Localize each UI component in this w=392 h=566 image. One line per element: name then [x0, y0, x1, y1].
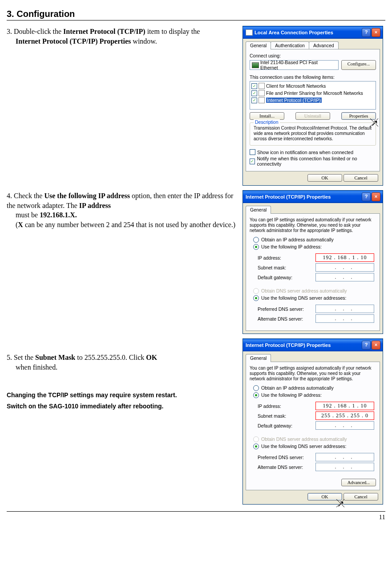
description-text: Transmission Control Protocol/Internet P… — [254, 126, 372, 142]
section-header: 3. Configuration — [7, 9, 385, 20]
service-icon — [259, 83, 265, 89]
connection-icon — [246, 29, 253, 36]
description-legend: Description — [254, 119, 280, 125]
notes: Changing the TCP/IP settings may require… — [7, 390, 238, 412]
page-footer: 11 — [7, 511, 385, 521]
radio-auto-ip[interactable] — [253, 237, 259, 243]
step-3-text: 3. Double-click the Internet Protocol (T… — [7, 27, 238, 46]
tab-general[interactable]: General — [246, 41, 271, 49]
step-5-row: 5. Set the Subnet Mask to 255.255.255.0.… — [7, 338, 385, 505]
tcpip-properties-dialog-1: Internet Protocol (TCP/IP) Properties ? … — [242, 190, 383, 334]
checkbox-show-icon[interactable] — [250, 149, 255, 155]
close-button[interactable]: × — [372, 192, 380, 201]
preferred-dns-field[interactable]: . . . — [315, 453, 374, 461]
tab-authentication[interactable]: Authentication — [271, 41, 309, 49]
ip-address-field[interactable]: 192 . 168 . 1 . 10 — [315, 253, 374, 262]
tab-advanced[interactable]: Advanced — [309, 41, 339, 49]
alternate-dns-field[interactable]: . . . — [315, 314, 374, 323]
intro-text: You can get IP settings assigned automat… — [250, 366, 376, 382]
cancel-button[interactable]: Cancel — [344, 493, 378, 501]
uninstall-button: Uninstall — [295, 112, 330, 120]
advanced-button[interactable]: Advanced... — [341, 479, 376, 486]
radio-auto-dns — [253, 436, 259, 442]
list-item[interactable]: ✓File and Printer Sharing for Microsoft … — [251, 90, 375, 97]
preferred-dns-field[interactable]: . . . — [315, 305, 374, 313]
lan-properties-dialog: Local Area Connection Properties ? × Gen… — [242, 26, 383, 186]
subnet-mask-field[interactable]: . . . — [315, 263, 374, 272]
tcpip-properties-dialog-2: Internet Protocol (TCP/IP) Properties ? … — [242, 338, 383, 505]
connect-using-label: Connect using: — [250, 53, 376, 58]
checkbox[interactable]: ✓ — [251, 98, 257, 103]
subnet-mask-field[interactable]: 255 . 255 . 255 . 0 — [315, 411, 374, 420]
ok-button[interactable]: OK — [307, 174, 342, 182]
help-button[interactable]: ? — [362, 341, 371, 350]
radio-manual-ip[interactable] — [253, 244, 259, 250]
properties-button[interactable]: Properties — [341, 112, 376, 120]
service-icon — [259, 97, 265, 103]
nic-icon — [252, 62, 259, 68]
step-4-row: 4. Check the Use the following IP addres… — [7, 190, 385, 334]
gateway-field[interactable]: . . . — [315, 421, 374, 430]
close-button[interactable]: × — [372, 341, 380, 350]
radio-auto-ip[interactable] — [253, 385, 259, 391]
items-list[interactable]: ✓Client for Microsoft Networks ✓File and… — [250, 81, 376, 110]
configure-button[interactable]: Configure... — [341, 60, 376, 70]
items-label: This connection uses the following items… — [250, 74, 376, 80]
radio-manual-dns[interactable] — [253, 444, 259, 449]
install-button[interactable]: Install... — [250, 112, 284, 120]
step-3-row: 3. Double-click the Internet Protocol (T… — [7, 26, 385, 186]
titlebar[interactable]: Local Area Connection Properties ? × — [243, 26, 383, 39]
tab-general[interactable]: General — [246, 206, 271, 214]
cancel-button[interactable]: Cancel — [344, 174, 378, 182]
radio-manual-ip[interactable] — [253, 392, 259, 398]
checkbox[interactable]: ✓ — [251, 90, 257, 96]
radio-manual-dns[interactable] — [253, 295, 259, 301]
ip-address-field[interactable]: 192 . 168 . 1 . 10 — [315, 402, 374, 410]
alternate-dns-field[interactable]: . . . — [315, 463, 374, 471]
titlebar[interactable]: Internet Protocol (TCP/IP) Properties ? … — [243, 339, 383, 351]
page-number: 11 — [379, 513, 385, 521]
service-icon — [259, 90, 265, 96]
tab-general[interactable]: General — [246, 354, 271, 362]
titlebar[interactable]: Internet Protocol (TCP/IP) Properties ? … — [243, 191, 383, 203]
radio-auto-dns — [253, 288, 259, 294]
checkbox[interactable]: ✓ — [251, 83, 257, 89]
help-button[interactable]: ? — [362, 192, 371, 201]
adapter-field: Intel 21140-Based PCI Fast Ethernet — [250, 60, 339, 70]
ok-button[interactable]: OK — [307, 493, 342, 501]
list-item[interactable]: ✓Client for Microsoft Networks — [251, 82, 375, 90]
help-button[interactable]: ? — [362, 28, 371, 37]
step-num: 3. — [7, 28, 14, 35]
step-4-text: 4. Check the Use the following IP addres… — [7, 191, 238, 229]
step-5-text: 5. Set the Subnet Mask to 255.255.255.0.… — [7, 353, 238, 372]
close-button[interactable]: × — [372, 28, 380, 37]
list-item-tcpip[interactable]: ✓Internet Protocol (TCP/IP) — [251, 97, 375, 104]
checkbox-notify[interactable]: ✓ — [250, 159, 255, 164]
intro-text: You can get IP settings assigned automat… — [250, 217, 376, 233]
gateway-field[interactable]: . . . — [315, 273, 374, 281]
